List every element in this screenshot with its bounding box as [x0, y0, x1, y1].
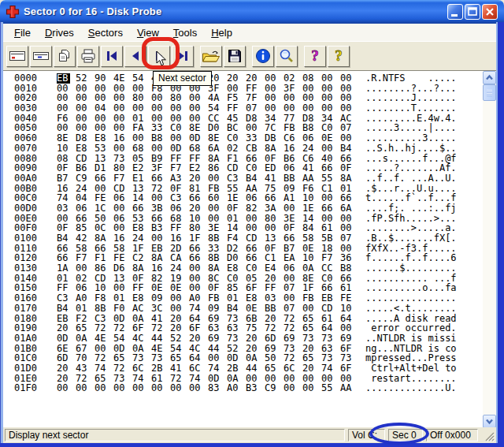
hex-byte[interactable]: 16 [113, 133, 127, 143]
hex-byte[interactable]: C3 [227, 173, 240, 184]
menu-sectors[interactable]: Sectors [86, 26, 125, 39]
hex-byte[interactable]: 00 [113, 103, 127, 114]
resize-grip[interactable] [484, 431, 495, 442]
hex-byte[interactable]: 65 [265, 363, 278, 374]
hex-byte[interactable]: 72 [113, 323, 127, 333]
open-button[interactable] [200, 46, 222, 67]
hex-byte[interactable]: 75 [246, 323, 259, 333]
hex-editor[interactable]: 0000EB52904E544653202020200002080000.R.N… [3, 70, 496, 427]
hex-byte[interactable]: 6C [132, 363, 146, 374]
menu-file[interactable]: File [12, 26, 33, 39]
print-button[interactable] [77, 46, 99, 67]
hex-byte[interactable]: 07 [284, 304, 297, 314]
hex-byte[interactable]: 20 [189, 333, 202, 344]
hex-byte[interactable]: C0 [246, 163, 259, 173]
hex-byte[interactable]: 6F [132, 323, 146, 333]
hex-byte[interactable]: CB [246, 143, 259, 154]
hex-byte[interactable]: FB [302, 293, 316, 304]
hex-byte[interactable]: 00 [321, 103, 335, 114]
hex-byte[interactable]: 66 [151, 173, 165, 184]
hex-byte[interactable]: 20 [189, 203, 202, 214]
hex-byte[interactable]: 00 [189, 263, 202, 274]
hex-byte[interactable]: 00 [170, 304, 183, 314]
hex-byte[interactable]: FB [208, 293, 221, 304]
hex-byte[interactable]: 69 [208, 333, 221, 344]
hex-byte[interactable]: E4 [265, 263, 278, 274]
hex-byte[interactable]: 68 [132, 143, 146, 154]
hex-byte[interactable]: 00 [113, 203, 127, 214]
hex-byte[interactable]: 41 [265, 173, 278, 184]
title-bar[interactable]: Sector 0 for 16 - Disk Probe [0, 0, 504, 24]
hex-byte[interactable]: C6 [284, 133, 297, 143]
hex-byte[interactable]: 00 [284, 203, 297, 214]
hex-byte[interactable]: 66 [132, 203, 146, 214]
hex-byte[interactable]: 0F [227, 203, 240, 214]
hex-byte[interactable]: FF [227, 103, 240, 114]
hex-byte[interactable]: 63 [227, 323, 240, 333]
hex-byte[interactable]: 00 [340, 103, 354, 114]
hex-byte[interactable]: B8 [151, 133, 165, 143]
hex-byte[interactable]: A0 [189, 293, 202, 304]
hex-byte[interactable]: 24 [302, 143, 316, 154]
logical-volume-button[interactable] [30, 46, 52, 67]
hex-byte[interactable]: 06 [170, 203, 183, 214]
hex-ascii[interactable]: .....<.t........ [365, 303, 457, 314]
hex-byte[interactable]: A3 [170, 173, 183, 184]
hex-byte[interactable]: 00 [132, 383, 146, 393]
hex-byte[interactable]: 4C [132, 333, 146, 344]
hex-byte[interactable]: 69 [340, 333, 354, 344]
hex-byte[interactable]: 16 [113, 233, 127, 244]
hex-byte[interactable]: 20 [57, 363, 70, 374]
hex-ascii[interactable]: ....f;. ...:..fj [365, 203, 457, 214]
hex-byte[interactable]: 24 [132, 233, 146, 244]
menu-tools[interactable]: Tools [171, 26, 199, 39]
menu-drives[interactable]: Drives [43, 26, 76, 39]
hex-byte[interactable]: 64 [321, 323, 335, 333]
hex-ascii[interactable]: ..NTLDR is missi [365, 333, 457, 344]
hex-byte[interactable]: 00 [340, 323, 354, 333]
hex-byte[interactable]: 68 [189, 143, 202, 154]
hex-byte[interactable]: C9 [265, 383, 278, 393]
hex-byte[interactable]: AA [302, 173, 316, 184]
hex-byte[interactable]: 03 [57, 203, 70, 214]
hex-byte[interactable]: 3B [151, 203, 165, 214]
hex-ascii[interactable]: .R.NTFS ..... [365, 73, 457, 84]
hex-byte[interactable]: 0A [302, 263, 316, 274]
help-button[interactable]: ? [304, 46, 326, 67]
hex-byte[interactable]: 72 [94, 323, 108, 333]
hex-dump[interactable]: 0000EB52904E544653202020200002080000.R.N… [3, 71, 483, 427]
hex-byte[interactable]: 6C [284, 363, 297, 374]
hex-byte[interactable]: 16 [170, 233, 183, 244]
hex-byte[interactable]: EB [57, 73, 70, 84]
hex-byte[interactable]: 1C [94, 203, 108, 214]
hex-byte[interactable]: 00 [132, 103, 146, 114]
hex-byte[interactable]: E8 [246, 293, 259, 304]
close-button[interactable] [482, 4, 498, 20]
hex-byte[interactable]: B4 [57, 233, 70, 244]
hex-byte[interactable]: 00 [340, 133, 354, 143]
hex-byte[interactable]: 8A [208, 263, 221, 274]
context-help-button[interactable]: ? [328, 46, 350, 67]
hex-byte[interactable]: 00 [284, 103, 297, 114]
hex-byte[interactable]: 02 [284, 73, 297, 84]
hex-byte[interactable]: E8 [94, 133, 108, 143]
hex-byte[interactable]: 0F [57, 163, 70, 173]
hex-byte[interactable]: 20 [246, 73, 259, 84]
hex-byte[interactable]: 00 [284, 383, 297, 393]
hex-byte[interactable]: 0E [321, 133, 335, 143]
hex-byte[interactable]: 58 [302, 233, 316, 244]
hex-byte[interactable]: 0A [76, 333, 89, 344]
hex-byte[interactable]: E1 [132, 173, 146, 184]
hex-byte[interactable]: B8 [340, 263, 354, 274]
hex-byte[interactable]: 00 [284, 293, 297, 304]
scroll-up-button[interactable] [483, 71, 496, 84]
hex-byte[interactable]: D6 [113, 263, 127, 274]
hex-byte[interactable]: 66 [321, 163, 335, 173]
hex-byte[interactable]: 63 [208, 323, 221, 333]
hex-byte[interactable]: 20 [189, 173, 202, 184]
hex-byte[interactable]: C0 [246, 263, 259, 274]
hex-byte[interactable]: A0 [76, 293, 89, 304]
hex-byte[interactable]: ED [265, 163, 278, 173]
hex-byte[interactable]: 1E [302, 203, 316, 214]
maximize-button[interactable] [465, 4, 480, 20]
